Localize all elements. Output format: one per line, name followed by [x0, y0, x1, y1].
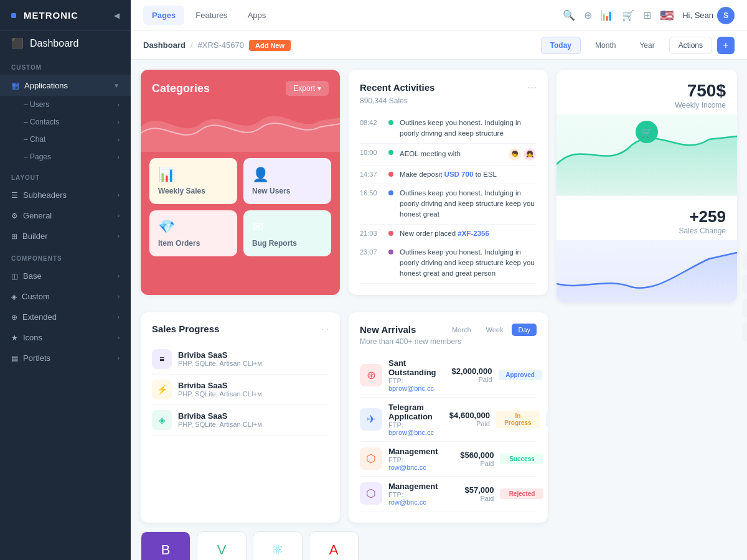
activity-text-4: Outlines keep you honest. Indulging in p… [400, 188, 537, 220]
arrivals-card: New Arrivals Month Week Day More than 40… [349, 312, 548, 523]
activity-avatars: 👦 👧 [508, 147, 537, 161]
contacts-label: Contacts [30, 118, 59, 126]
sales-progress-menu-icon[interactable]: · · [321, 324, 329, 334]
sidebar-item-general[interactable]: ⚙ General › [0, 205, 131, 226]
arrivals-tab-month[interactable]: Month [446, 324, 477, 336]
arrivals-tab-day[interactable]: Day [512, 324, 537, 336]
sidebar-item-applications[interactable]: ▦ Applications ▼ [0, 75, 131, 96]
sidebar-sub-pages[interactable]: – Pages › [0, 148, 131, 166]
arrival-row-2: ✈ Telegram Application FTP: bprow@bnc.cc… [360, 398, 537, 442]
icons-arrow-icon: › [118, 334, 120, 341]
export-chevron-icon: ▾ [317, 84, 321, 93]
breadcrumb-bar: Dashboard / #XRS-45670 Add New Today Mon… [131, 31, 747, 60]
sidebar-item-dashboard[interactable]: ⬛ Dashboard [0, 31, 131, 55]
chat-arrow-icon: › [118, 136, 120, 143]
view-icon-2[interactable]: 👁 [546, 412, 548, 427]
bell-icon[interactable]: 🔔 [742, 322, 747, 341]
sidebar-item-subheaders[interactable]: ☰ Subheaders › [0, 185, 131, 205]
sidebar-item-builder[interactable]: ⊞ Builder › [0, 226, 131, 246]
sidebar: METRONIC ◀ ⬛ Dashboard CUSTOM ▦ Applicat… [0, 0, 131, 560]
users-arrow-icon: › [118, 101, 120, 108]
sidebar-sub-contacts[interactable]: – Contacts › [0, 113, 131, 131]
tab-features[interactable]: Features [187, 6, 236, 25]
avatar[interactable]: S [717, 7, 735, 24]
actions-button[interactable]: Actions [669, 37, 712, 54]
sidebar-item-base[interactable]: ◫ Base › [0, 266, 131, 286]
grid-icon[interactable]: ⊞ [643, 9, 651, 21]
sales-change-top: +259 Sales Change [557, 196, 737, 235]
network-icon[interactable]: ⊕ [584, 9, 592, 21]
activity-item-1: 08:42 Outlines keep you honest. Indulgin… [360, 114, 537, 144]
arrivals-tab-week[interactable]: Week [480, 324, 510, 336]
search-icon[interactable]: 🔍 [563, 9, 575, 21]
activity-item-4: 16:50 Outlines keep you honest. Indulgin… [360, 184, 537, 225]
cart-icon[interactable]: 🛒 [622, 9, 634, 21]
month-button[interactable]: Month [586, 37, 625, 54]
export-button[interactable]: Export ▾ [286, 81, 329, 96]
arrivals-title: New Arrivals [360, 324, 416, 335]
vue-logo: V [197, 531, 247, 561]
breadcrumb-separator: / [190, 40, 193, 50]
activity-time-4: 16:50 [360, 189, 382, 197]
bug-reports-label: Bug Reports [252, 239, 297, 248]
gear-icon[interactable]: ⚙ [742, 275, 747, 294]
angular-logo: A [309, 531, 359, 561]
income-chart: 🛒 [557, 114, 737, 195]
progress-name-3: Briviba SaaS [178, 411, 329, 421]
sidebar-collapse-icon[interactable]: ◀ [114, 11, 120, 20]
react-logo: ⚛ [253, 531, 303, 561]
sidebar-item-extended[interactable]: ⊕ Extended › [0, 307, 131, 327]
language-flag[interactable]: 🇺🇸 [660, 9, 674, 22]
sidebar-item-custom[interactable]: ◈ Custom › [0, 286, 131, 307]
applications-arrow-icon: ▼ [113, 82, 120, 89]
chat-label: Chat [30, 135, 45, 144]
progress-sub-2: PHP, SQLite, Artisan CLI+м [178, 390, 329, 398]
progress-bar-1: ≡ [152, 349, 172, 369]
category-bug-reports[interactable]: ✉ Bug Reports [243, 210, 331, 256]
frameworks-bar: B V ⚛ A [141, 531, 737, 561]
arrival-paid-1: Paid [443, 376, 492, 383]
arrival-name-1: Sant Outstanding [388, 358, 436, 377]
activity-dot-1 [388, 120, 393, 125]
activity-text-6: Outlines keep you honest. Indulging in p… [400, 247, 537, 279]
sidebar-sub-users[interactable]: – Users › [0, 96, 131, 113]
weekly-sales-icon: 📊 [158, 167, 175, 183]
sidebar-item-icons[interactable]: ★ Icons › [0, 327, 131, 348]
activity-text-2: AEOL meeting with [400, 149, 504, 159]
send-icon[interactable]: ✉ [742, 299, 747, 317]
item-orders-label: Item Orders [158, 239, 200, 248]
arrival-name-4: Management [388, 482, 438, 491]
main-content: Pages Features Apps 🔍 ⊕ 📊 🛒 ⊞ 🇺🇸 Hi, Sea… [131, 0, 747, 560]
outer-grid: Categories Export ▾ [141, 70, 737, 523]
tab-apps[interactable]: Apps [239, 6, 275, 25]
palette-icon[interactable]: 🎨 [742, 251, 747, 270]
activities-menu-icon[interactable]: ··· [527, 81, 537, 94]
arrival-ftp-3: FTP: row@bnc.cc [388, 456, 438, 471]
arrival-paid-3: Paid [444, 460, 494, 467]
sidebar-item-portlets[interactable]: ▤ Portlets › [0, 348, 131, 368]
contacts-arrow-icon: › [118, 119, 120, 126]
icons-label: Icons [23, 333, 42, 342]
category-item-orders[interactable]: 💎 Item Orders [149, 210, 237, 256]
progress-item-1: ≡ Briviba SaaS PHP, SQLite, Artisan CLI+… [152, 344, 329, 375]
arrival-amount-3: $560,000 [444, 450, 494, 460]
arrivals-tab-group: Month Week Day [446, 324, 537, 336]
add-icon-button[interactable]: + [717, 37, 735, 54]
year-button[interactable]: Year [630, 37, 664, 54]
sidebar-sub-chat[interactable]: – Chat › [0, 131, 131, 148]
subheaders-arrow-icon: › [118, 192, 120, 198]
progress-icon-2: ⚡ [157, 385, 167, 394]
left-column: Categories Export ▾ [141, 70, 548, 523]
category-weekly-sales[interactable]: 📊 Weekly Sales [149, 158, 237, 204]
add-new-button[interactable]: Add New [249, 40, 291, 51]
today-button[interactable]: Today [541, 37, 581, 54]
general-label: General [23, 211, 52, 220]
sales-change-amount: +259 [568, 207, 726, 226]
chart-icon[interactable]: 📊 [601, 9, 613, 21]
portlets-icon: ▤ [11, 354, 18, 363]
arrival-actions-2: 👁 ✏ 🗑 [546, 412, 548, 427]
content-wrapper: Categories Export ▾ [131, 60, 747, 560]
category-new-users[interactable]: 👤 New Users [243, 158, 331, 204]
tab-pages[interactable]: Pages [143, 6, 184, 25]
activities-subtitle: 890,344 Sales [360, 96, 537, 105]
